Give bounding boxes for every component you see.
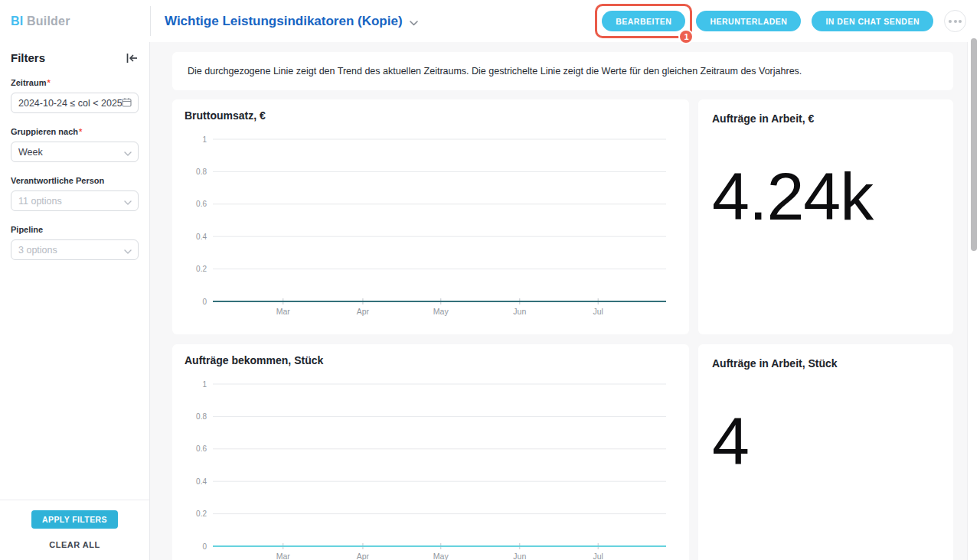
chevron-down-icon	[124, 243, 132, 257]
svg-text:0.2: 0.2	[196, 265, 207, 273]
clear-all-button[interactable]: CLEAR ALL	[0, 540, 149, 549]
info-banner-text: Die durchgezogene Linie zeigt den Trend …	[188, 66, 802, 77]
svg-text:Jul: Jul	[593, 307, 603, 316]
pipeline-select[interactable]: 3 options	[11, 239, 139, 260]
apply-filters-button[interactable]: APPLY FILTERS	[31, 510, 118, 529]
top-header: BI Builder Wichtige Leistungsindikatoren…	[0, 0, 980, 42]
app-window: BI Builder Wichtige Leistungsindikatoren…	[0, 0, 980, 560]
zeitraum-value: 2024-10-24 ≤ col < 2025...	[18, 98, 122, 109]
header-divider	[150, 6, 151, 36]
edit-button-wrap: BEARBEITEN 1	[602, 11, 685, 31]
svg-text:0.4: 0.4	[196, 233, 207, 241]
more-options-button[interactable]	[944, 10, 966, 32]
chart-card-bruttoumsatz: Bruttoumsatz, € 00.20.40.60.81MarAprMayJ…	[172, 99, 689, 334]
verantwortliche-person-select[interactable]: 11 options	[11, 190, 139, 211]
header-actions: BEARBEITEN 1 HERUNTERLADEN IN DEN CHAT S…	[602, 10, 980, 32]
svg-text:0.8: 0.8	[196, 168, 207, 176]
svg-text:May: May	[433, 552, 449, 560]
kpi-value: 4	[712, 408, 939, 475]
chevron-down-icon	[124, 145, 132, 159]
field-label-zeitraum: Zeitraum*	[11, 78, 139, 87]
line-chart: 00.20.40.60.81MarAprMayJunJul	[185, 373, 677, 560]
field-label-verantwortliche-person: Verantwortliche Person	[11, 176, 139, 185]
info-banner: Die durchgezogene Linie zeigt den Trend …	[172, 52, 953, 90]
svg-text:Jun: Jun	[513, 307, 526, 316]
chart-title: Aufträge bekommen, Stück	[185, 354, 323, 366]
required-asterisk: *	[79, 127, 82, 136]
svg-text:Apr: Apr	[357, 307, 370, 316]
logo-bi: BI	[11, 15, 23, 28]
card-row-2: Aufträge bekommen, Stück 00.20.40.60.81M…	[172, 344, 967, 560]
chart-card-auftraege-bekommen: Aufträge bekommen, Stück 00.20.40.60.81M…	[172, 344, 689, 560]
report-title-dropdown[interactable]: Wichtige Leistungsindikatoren (Kopie)	[165, 13, 418, 29]
verantwortliche-person-value: 11 options	[18, 196, 124, 207]
filters-heading: Filters	[11, 51, 45, 64]
chevron-down-icon	[410, 15, 418, 29]
sidebar-footer: APPLY FILTERS CLEAR ALL	[0, 500, 149, 560]
kpi-value: 4.24k	[712, 163, 939, 230]
dashboard-main: Die durchgezogene Linie zeigt den Trend …	[150, 42, 967, 560]
svg-text:0: 0	[202, 542, 207, 551]
send-to-chat-button[interactable]: IN DEN CHAT SENDEN	[812, 11, 933, 31]
line-chart: 00.20.40.60.81MarAprMayJunJul	[185, 129, 677, 328]
svg-text:Apr: Apr	[357, 552, 370, 560]
svg-text:0.8: 0.8	[196, 412, 207, 421]
svg-text:Jul: Jul	[593, 552, 603, 560]
zeitraum-date-input[interactable]: 2024-10-24 ≤ col < 2025...	[11, 93, 139, 113]
required-asterisk: *	[47, 78, 50, 87]
kpi-card-auftraege-in-arbeit-eur: Aufträge in Arbeit, € 4.24k	[698, 99, 953, 334]
scrollbar-track[interactable]	[967, 42, 980, 560]
field-label-pipeline: Pipeline	[11, 225, 139, 234]
logo-builder: Builder	[27, 15, 70, 28]
collapse-sidebar-icon[interactable]	[126, 53, 139, 63]
svg-text:0.4: 0.4	[196, 477, 207, 486]
svg-text:0.6: 0.6	[196, 200, 207, 208]
gruppieren-nach-select[interactable]: Week	[11, 142, 139, 162]
svg-text:0.2: 0.2	[196, 510, 207, 518]
svg-text:May: May	[433, 307, 449, 316]
download-button[interactable]: HERUNTERLADEN	[696, 11, 801, 31]
scrollbar-thumb[interactable]	[971, 38, 977, 251]
svg-text:Mar: Mar	[276, 307, 291, 316]
ellipsis-icon	[949, 20, 952, 23]
svg-text:1: 1	[202, 135, 207, 144]
svg-text:0: 0	[202, 298, 207, 306]
app-logo: BI Builder	[0, 15, 150, 28]
svg-text:0.6: 0.6	[196, 444, 207, 453]
field-label-gruppieren-nach: Gruppieren nach*	[11, 127, 139, 136]
page-title: Wichtige Leistungsindikatoren (Kopie)	[165, 14, 403, 29]
calendar-icon	[122, 96, 132, 110]
svg-text:Jun: Jun	[513, 552, 526, 560]
kpi-card-auftraege-in-arbeit-stueck: Aufträge in Arbeit, Stück 4	[698, 344, 953, 560]
kpi-title: Aufträge in Arbeit, Stück	[712, 357, 939, 370]
gruppieren-nach-value: Week	[18, 147, 124, 158]
chart-title: Bruttoumsatz, €	[185, 109, 266, 122]
kpi-title: Aufträge in Arbeit, €	[712, 112, 939, 125]
pipeline-value: 3 options	[18, 245, 124, 256]
card-row-1: Bruttoumsatz, € 00.20.40.60.81MarAprMayJ…	[172, 99, 967, 334]
chevron-down-icon	[124, 194, 132, 208]
svg-text:1: 1	[202, 380, 207, 389]
filters-sidebar: Filters Zeitraum* 2024-10-24 ≤ col < 202…	[0, 42, 150, 560]
svg-text:Mar: Mar	[276, 552, 291, 560]
edit-button[interactable]: BEARBEITEN	[602, 11, 685, 31]
